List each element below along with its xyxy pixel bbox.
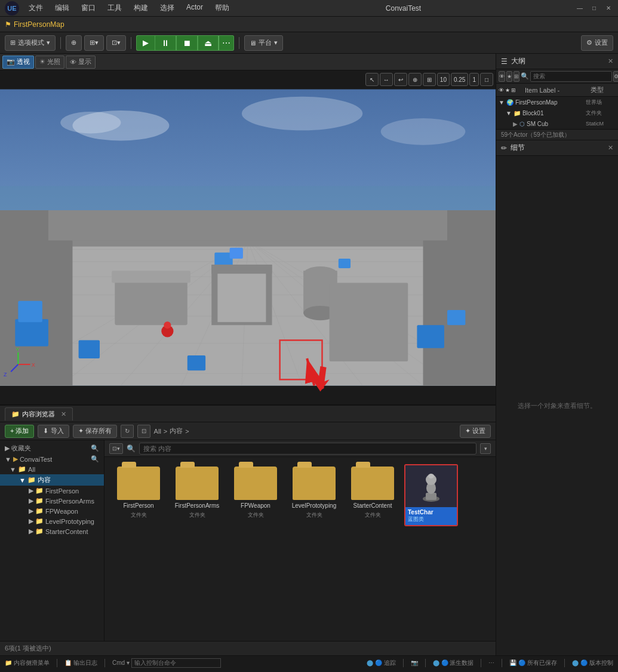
menu-tools[interactable]: 工具 xyxy=(105,2,124,14)
outliner-search-input[interactable] xyxy=(530,71,612,82)
cb-status-bar: 6项(1 项被选中) xyxy=(0,641,496,655)
outliner-item-firstpersonmap[interactable]: ▼ 🌍 FirstPersonMap 世界场 xyxy=(496,97,618,108)
transform-icon[interactable]: ⊞ xyxy=(423,73,436,86)
folder-levelprototyping[interactable]: LevelPrototyping 文件夹 xyxy=(287,464,341,526)
outliner-item-smcub[interactable]: ▶ ⬡ SM Cub StaticM xyxy=(496,118,618,129)
svg-point-4 xyxy=(381,118,466,145)
cmd-input[interactable]: Cmd ▾ xyxy=(112,658,221,668)
outliner-tree-button[interactable]: ⊞ xyxy=(514,71,519,82)
project-folder-icon: ▶ xyxy=(13,455,18,463)
menu-help[interactable]: 帮助 xyxy=(213,2,232,14)
mode-select-button[interactable]: ⊞ 选项模式 ▾ xyxy=(5,35,56,51)
spawn-data-button[interactable]: ⬤ 🔵 派生数据 xyxy=(433,659,474,667)
sidebar-firstperson[interactable]: ▶ 📁 FirstPerson xyxy=(0,486,104,496)
translate-icon[interactable]: ↔ xyxy=(380,73,393,86)
import-button[interactable]: ⬇ 导入 xyxy=(38,425,69,438)
rotate-icon[interactable]: ↩ xyxy=(394,73,407,86)
cb-filter-icon[interactable]: ⊡ xyxy=(137,425,150,438)
scale-btn[interactable]: 1 xyxy=(469,73,479,86)
output-log-button[interactable]: 📋 输出日志 xyxy=(64,659,97,667)
perspective-mode-button[interactable]: 📷 透视 xyxy=(2,56,34,69)
save-all-button[interactable]: ✦ 保存所有 xyxy=(73,425,117,438)
col-star-icon: ★ xyxy=(505,87,510,93)
platform-button[interactable]: 🖥 平台 ▾ xyxy=(244,35,283,51)
sc-folder-icon: 📁 xyxy=(35,527,44,535)
scale-icon[interactable]: ⊕ xyxy=(408,73,422,86)
spawn-label: 🔵 派生数据 xyxy=(441,659,474,667)
pause-button[interactable]: ⏸ xyxy=(155,35,176,51)
folder-firstpersonarms[interactable]: FirstPersonArms 文件夹 xyxy=(170,464,224,526)
outliner-settings-button[interactable]: ⚙ xyxy=(613,71,618,82)
sidebar-content[interactable]: ▼ 📁 内容 xyxy=(0,474,104,486)
outliner-star-button[interactable]: ★ xyxy=(506,71,512,82)
save-all-status-button[interactable]: 💾 🔵 所有已保存 xyxy=(509,659,557,667)
viewport[interactable]: X Y Z ↖ ↔ xyxy=(0,70,496,404)
folder-firstpersonarms-thumb xyxy=(176,467,219,500)
select-mode-icon[interactable]: ↖ xyxy=(365,73,379,86)
play-more-button[interactable]: ⋯ xyxy=(219,35,234,51)
sidebar-all[interactable]: ▼ 📁 All xyxy=(0,464,104,474)
sidebar-startercontent[interactable]: ▶ 📁 StarterContent xyxy=(0,526,104,536)
minimize-button[interactable]: — xyxy=(575,4,585,13)
breadcrumb-content[interactable]: 内容 xyxy=(170,426,183,435)
filter-dropdown-button[interactable]: ⊡▾ xyxy=(109,443,123,454)
grid-btn[interactable]: 10 xyxy=(437,73,450,86)
snap-button[interactable]: ⊞▾ xyxy=(84,35,104,51)
sidebar-favorites-section[interactable]: ▶ 收藏夹 🔍 xyxy=(0,443,104,454)
menu-actor[interactable]: Actor xyxy=(184,2,205,14)
display-mode-button[interactable]: 👁 显示 xyxy=(66,56,96,69)
search-sidebar-icon[interactable]: 🔍 xyxy=(91,444,99,452)
outliner-close-button[interactable]: ✕ xyxy=(608,57,613,65)
more-status-button[interactable]: ⋯ xyxy=(488,659,494,666)
version-control-button[interactable]: ⬤ 🔵 版本控制 xyxy=(572,659,613,667)
sidebar-project-root[interactable]: ▼ ▶ ConvaiTest 🔍 xyxy=(0,454,104,464)
sidebar-firstpersonarms[interactable]: ▶ 📁 FirstPersonArms xyxy=(0,496,104,506)
angle-btn[interactable]: 0.25 xyxy=(451,73,468,86)
content-browser-tab-label: 内容浏览器 xyxy=(22,410,55,419)
menu-build[interactable]: 构建 xyxy=(131,2,150,14)
outliner-item-block01[interactable]: ▼ 📁 Block01 文件夹 xyxy=(496,108,618,118)
menu-edit[interactable]: 编辑 xyxy=(53,2,72,14)
menu-file[interactable]: 文件 xyxy=(26,2,45,14)
sidebar-levelprototyping[interactable]: ▶ 📁 LevelPrototyping xyxy=(0,516,104,526)
lighting-mode-button[interactable]: ☀ 光照 xyxy=(35,56,64,69)
cb-settings-button[interactable]: ✦ 设置 xyxy=(460,425,491,438)
project-expand-icon: ▼ xyxy=(5,456,11,463)
maximize-button[interactable]: □ xyxy=(589,4,599,13)
search-project-icon[interactable]: 🔍 xyxy=(91,455,99,463)
sc-expand-icon: ▶ xyxy=(29,527,33,535)
mode-chevron: ▾ xyxy=(47,39,50,47)
cb-sync-icon[interactable]: ↻ xyxy=(121,425,134,438)
content-search-input[interactable] xyxy=(139,443,476,455)
platform-label: 平台 xyxy=(259,38,272,47)
menu-select[interactable]: 选择 xyxy=(158,2,177,14)
eject-button[interactable]: ⏏ xyxy=(198,35,219,51)
details-close-button[interactable]: ✕ xyxy=(608,144,613,152)
svg-rect-49 xyxy=(296,352,307,357)
breadcrumb-all[interactable]: All xyxy=(154,428,161,435)
outliner-eye-button[interactable]: 👁 xyxy=(499,71,505,82)
col-icons: 👁 ★ ⊞ xyxy=(496,87,520,93)
screen-btn[interactable]: □ xyxy=(480,73,493,86)
folder-fpweapon[interactable]: FPWeapon 文件夹 xyxy=(229,464,282,526)
asset-testchar[interactable]: TestChar 蓝图类 xyxy=(404,464,458,526)
folder-firstperson[interactable]: FirstPerson 文件夹 xyxy=(112,464,165,526)
grid-snap-button[interactable]: ⊡▾ xyxy=(106,35,126,51)
menu-window[interactable]: 窗口 xyxy=(79,2,98,14)
folder-startercontent[interactable]: StarterContent 文件夹 xyxy=(346,464,399,526)
sidebar-fpweapon[interactable]: ▶ 📁 FPWeapon xyxy=(0,506,104,516)
trace-button[interactable]: ⬤ 🔵 追踪 xyxy=(367,659,396,667)
search-options-button[interactable]: ▾ xyxy=(480,443,491,454)
sidebar-project-label: ConvaiTest xyxy=(20,456,52,463)
content-browser-tab[interactable]: 📁 内容浏览器 ✕ xyxy=(5,407,73,421)
settings-button[interactable]: ⚙ 设置 xyxy=(581,35,613,51)
add-content-button[interactable]: + 添加 xyxy=(5,425,34,438)
content-browser-tab-close[interactable]: ✕ xyxy=(61,410,66,418)
close-button[interactable]: ✕ xyxy=(604,4,613,13)
content-drawer-button[interactable]: 📁 内容侧滑菜单 xyxy=(5,659,50,667)
play-button[interactable]: ▶ xyxy=(136,35,155,51)
transform-mode-button[interactable]: ⊕ xyxy=(66,35,82,51)
main-layout: 📷 透视 ☀ 光照 👁 显示 xyxy=(0,54,618,655)
stop-button[interactable]: ⏹ xyxy=(176,35,198,51)
console-input[interactable] xyxy=(131,658,221,668)
